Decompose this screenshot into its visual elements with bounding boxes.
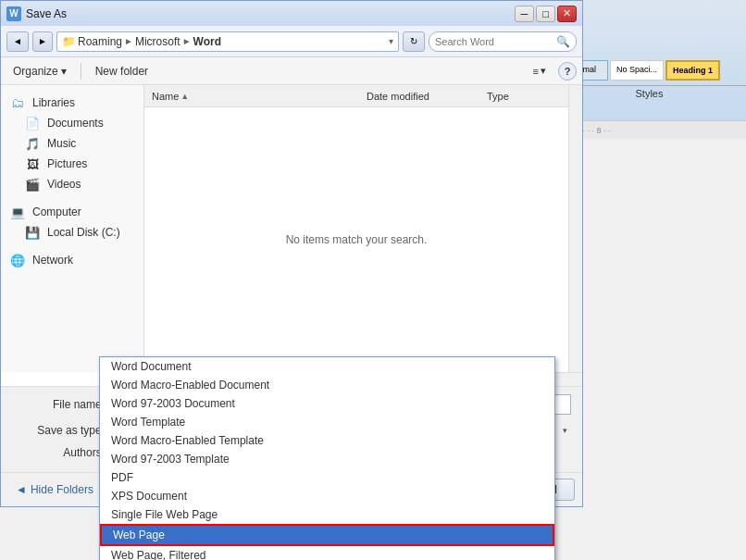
sidebar-label-pictures: Pictures	[47, 157, 87, 170]
sidebar-label-documents: Documents	[47, 117, 104, 130]
file-list: No items match your search.	[144, 107, 568, 372]
vertical-scrollbar[interactable]	[568, 85, 582, 372]
hide-folders-button[interactable]: ◄ Hide Folders	[8, 479, 101, 500]
column-name[interactable]: Name ▲	[152, 91, 367, 102]
main-content: 🗂 Libraries 📄 Documents 🎵 Music 🖼 Pictur…	[1, 85, 582, 372]
dialog-icon: W	[6, 6, 21, 21]
sidebar-item-pictures[interactable]: 🖼 Pictures	[1, 154, 143, 174]
organize-arrow-icon: ▾	[61, 65, 67, 78]
sidebar-item-documents[interactable]: 📄 Documents	[1, 113, 143, 133]
sidebar-label-libraries: Libraries	[32, 96, 75, 109]
dropdown-item-10[interactable]: Web Page, Filtered	[100, 546, 554, 560]
libraries-icon: 🗂	[8, 95, 27, 110]
maximize-button[interactable]: □	[536, 6, 555, 22]
file-list-header: Name ▲ Date modified Type	[144, 85, 568, 107]
dialog-body: ◄ ► 📁 Roaming ► Microsoft ► Word ▾ ↻ 🔍	[0, 26, 583, 507]
videos-icon: 🎬	[23, 177, 42, 192]
sidebar-label-localdisk: Local Disk (C:)	[47, 226, 120, 239]
dropdown-item-2[interactable]: Word 97-2003 Document	[100, 394, 554, 413]
localdisk-icon: 💾	[23, 225, 42, 240]
savetype-dropdown[interactable]: Word Document Word Macro-Enabled Documen…	[99, 356, 555, 560]
organize-label: Organize	[13, 65, 58, 78]
help-button[interactable]: ?	[558, 62, 577, 81]
style-no-spacing: No Spaci...	[610, 60, 664, 81]
breadcrumb-part2: Microsoft	[135, 35, 180, 48]
sidebar-item-libraries[interactable]: 🗂 Libraries	[1, 93, 143, 113]
music-icon: 🎵	[23, 136, 42, 151]
forward-button[interactable]: ►	[32, 31, 53, 52]
sidebar-label-computer: Computer	[32, 205, 81, 218]
dropdown-item-4[interactable]: Word Macro-Enabled Template	[100, 431, 554, 450]
dropdown-item-3[interactable]: Word Template	[100, 413, 554, 431]
search-input[interactable]	[435, 36, 553, 47]
breadcrumb-end: ▾	[389, 36, 393, 46]
dialog-title: Save As	[26, 7, 67, 20]
dropdown-item-9[interactable]: Web Page	[100, 524, 554, 546]
dropdown-item-5[interactable]: Word 97-2003 Template	[100, 450, 554, 468]
refresh-button[interactable]: ↻	[403, 31, 425, 52]
select-arrow-icon: ▾	[563, 426, 567, 435]
sidebar-item-localdisk[interactable]: 💾 Local Disk (C:)	[1, 222, 143, 243]
breadcrumb-part1: Roaming	[78, 35, 122, 48]
computer-icon: 💻	[8, 205, 27, 219]
column-date[interactable]: Date modified	[367, 91, 487, 102]
empty-message: No items match your search.	[286, 233, 428, 246]
search-icon: 🔍	[556, 35, 570, 48]
search-box[interactable]: 🔍	[429, 31, 577, 52]
new-folder-button[interactable]: New folder	[89, 62, 155, 81]
toolbar: Organize ▾ New folder ≡ ▾ ?	[1, 57, 582, 85]
sidebar-item-videos[interactable]: 🎬 Videos	[1, 174, 143, 194]
save-as-dialog: W Save As ─ □ ✕ ◄ ► 📁 Roaming ► Microsof…	[0, 0, 583, 560]
organize-button[interactable]: Organize ▾	[6, 62, 73, 81]
sort-arrow-icon: ▲	[180, 92, 189, 101]
dropdown-item-1[interactable]: Word Macro-Enabled Document	[100, 376, 554, 394]
sidebar-item-music[interactable]: 🎵 Music	[1, 133, 143, 154]
dropdown-item-0[interactable]: Word Document	[100, 357, 554, 376]
breadcrumb-sep2: ►	[182, 36, 192, 46]
hide-folders-label: Hide Folders	[31, 483, 93, 496]
sidebar-label-videos: Videos	[47, 178, 81, 191]
pictures-icon: 🖼	[23, 156, 42, 171]
title-bar-left: W Save As	[6, 6, 67, 21]
address-bar: ◄ ► 📁 Roaming ► Microsoft ► Word ▾ ↻ 🔍	[1, 26, 582, 57]
sidebar-label-music: Music	[47, 137, 76, 150]
dropdown-item-7[interactable]: XPS Document	[100, 487, 554, 505]
view-arrow-icon: ▾	[541, 65, 546, 77]
breadcrumb-part3: Word	[193, 35, 221, 48]
documents-icon: 📄	[23, 116, 42, 131]
view-icon: ≡	[533, 66, 539, 77]
sidebar-label-network: Network	[32, 254, 73, 267]
new-folder-label: New folder	[95, 65, 148, 78]
hide-arrow-icon: ◄	[16, 483, 27, 496]
toolbar-separator	[81, 63, 81, 80]
sidebar-item-network[interactable]: 🌐 Network	[1, 250, 143, 270]
file-area: Name ▲ Date modified Type No items match…	[144, 85, 568, 372]
refresh-icon: ↻	[410, 36, 417, 46]
breadcrumb-sep1: ►	[124, 36, 133, 46]
back-button[interactable]: ◄	[6, 31, 29, 52]
column-type[interactable]: Type	[487, 91, 561, 102]
view-button[interactable]: ≡ ▾	[528, 62, 551, 80]
breadcrumb-icon: 📁	[62, 35, 76, 48]
help-icon: ?	[565, 66, 571, 77]
dropdown-item-8[interactable]: Single File Web Page	[100, 505, 554, 524]
style-heading1: Heading 1	[665, 60, 720, 81]
authors-label: Authors:	[12, 446, 105, 459]
title-controls[interactable]: ─ □ ✕	[515, 6, 577, 22]
filename-label: File name:	[12, 398, 105, 411]
network-icon: 🌐	[8, 253, 27, 268]
sidebar-item-computer[interactable]: 💻 Computer	[1, 202, 143, 222]
forward-icon: ►	[38, 36, 47, 46]
sidebar: 🗂 Libraries 📄 Documents 🎵 Music 🖼 Pictur…	[1, 85, 144, 372]
breadcrumb[interactable]: 📁 Roaming ► Microsoft ► Word ▾	[56, 31, 399, 52]
savetype-label: Save as type:	[12, 424, 105, 437]
close-button[interactable]: ✕	[557, 6, 577, 22]
dropdown-item-6[interactable]: PDF	[100, 468, 554, 487]
minimize-button[interactable]: ─	[515, 6, 534, 22]
back-icon: ◄	[13, 36, 22, 46]
title-bar: W Save As ─ □ ✕	[0, 0, 583, 26]
